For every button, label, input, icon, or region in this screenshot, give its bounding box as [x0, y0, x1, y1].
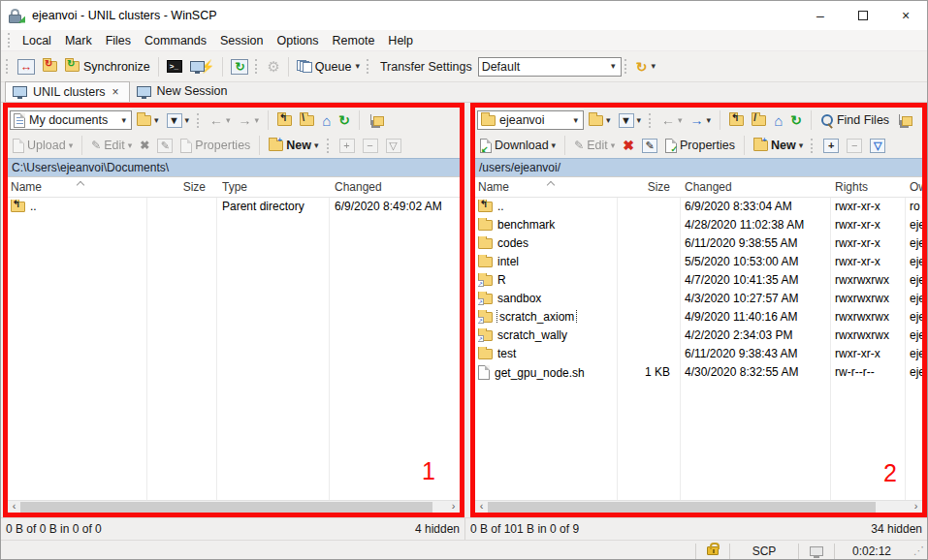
remote-forward-button[interactable]: →▾ [688, 111, 715, 129]
column-header-changed[interactable]: Changed [335, 180, 458, 194]
scrollbar-thumb[interactable] [488, 502, 876, 513]
remote-hidden-count[interactable]: 34 hidden [871, 522, 922, 536]
local-invert-selection-button[interactable]: ▽ [383, 137, 404, 155]
remote-filter-button[interactable]: ▼▾ [616, 111, 645, 130]
local-delete-button[interactable]: ✖ [137, 137, 152, 154]
local-rename-button[interactable]: ✎ [154, 137, 176, 155]
remote-rename-button[interactable]: ✎ [639, 137, 660, 155]
file-row[interactable]: ↗R4/7/2020 10:41:35 AMrwxrwxrwxeje [475, 271, 922, 290]
file-row[interactable]: ↰..Parent directory6/9/2020 8:49:02 AM [8, 198, 460, 216]
open-in-putty-button[interactable]: ⚡ [186, 56, 219, 77]
find-files-button[interactable]: Find Files [817, 111, 892, 129]
local-properties-button[interactable]: Properties [177, 137, 253, 155]
local-directory-selector[interactable]: My documents ▾ [10, 110, 132, 130]
remote-directory-selector[interactable]: ejeanvoi ▾ [477, 110, 584, 130]
folder-icon [478, 220, 493, 231]
maximize-button[interactable] [842, 1, 884, 30]
encryption-status[interactable] [696, 541, 729, 560]
remote-properties-button[interactable]: ✓Properties [662, 137, 738, 155]
remote-root-directory-button[interactable]: / [749, 113, 769, 128]
local-new-button[interactable]: +New▾ [266, 137, 321, 154]
file-row[interactable]: codes6/11/2020 9:38:55 AMrwxr-xr-xeje [475, 234, 922, 253]
file-row[interactable]: ↗scratch_wally4/2/2020 2:34:03 PMrwxrwxr… [475, 327, 922, 345]
remote-home-button[interactable]: ⌂ [771, 111, 785, 130]
local-path-bar[interactable]: C:\Users\ejeanvoi\Documents\ [8, 158, 460, 176]
tab-new-session[interactable]: New Session [130, 81, 237, 102]
scroll-right-icon[interactable]: › [910, 501, 922, 513]
file-row[interactable]: ↗scratch_axiom4/9/2020 11:40:16 AMrwxrwx… [475, 308, 922, 327]
refresh-button[interactable]: ↻ [227, 56, 252, 78]
local-home-button[interactable]: ⌂ [319, 111, 334, 130]
scrollbar-thumb[interactable] [20, 502, 432, 513]
synchronize-browsing-button[interactable]: ↻ [39, 58, 61, 75]
remote-open-directory-button[interactable]: ▾ [586, 113, 614, 128]
local-select-button[interactable]: + [336, 137, 358, 155]
local-root-directory-button[interactable]: \ [297, 113, 317, 128]
remote-select-button[interactable]: + [820, 137, 842, 155]
local-horizontal-scrollbar[interactable]: ‹ › [8, 500, 460, 513]
local-parent-directory-button[interactable]: ↰ [274, 113, 295, 128]
menu-commands[interactable]: Commands [138, 32, 213, 49]
remote-back-button[interactable]: ←▾ [658, 111, 686, 129]
transfer-settings-selector[interactable]: Default ▾ [478, 57, 622, 77]
menu-files[interactable]: Files [99, 32, 138, 49]
menu-help[interactable]: Help [381, 32, 420, 49]
session-color-button[interactable]: ↻▾ [632, 56, 659, 78]
remote-unselect-button[interactable]: − [844, 137, 865, 155]
column-header-rights[interactable]: Rights [835, 180, 902, 194]
menu-local[interactable]: Local [16, 32, 58, 49]
local-tree-button[interactable] [366, 112, 387, 129]
remote-edit-button[interactable]: ✎Edit▾ [571, 137, 618, 154]
terminal-status[interactable] [799, 541, 834, 560]
menu-mark[interactable]: Mark [58, 32, 99, 49]
download-button[interactable]: ↙Download▾ [477, 137, 559, 155]
remote-tree-button[interactable] [894, 112, 915, 129]
remote-horizontal-scrollbar[interactable]: ‹ › [475, 500, 922, 513]
local-back-button[interactable]: ←▾ [207, 111, 234, 129]
column-header-owner[interactable]: Ow [910, 180, 922, 194]
minimize-button[interactable]: – [799, 1, 842, 30]
scroll-left-icon[interactable]: ‹ [475, 501, 488, 513]
column-header-size[interactable]: Size [146, 180, 211, 194]
local-open-directory-button[interactable]: ▾ [134, 113, 162, 128]
resize-grip-icon[interactable]: ⋰ [909, 544, 927, 557]
queue-button[interactable]: Queue▾ [293, 57, 364, 77]
local-refresh-button[interactable]: ↻ [336, 111, 353, 129]
local-hidden-count[interactable]: 4 hidden [415, 522, 460, 536]
menu-bar: Local Mark Files Commands Session Option… [1, 30, 927, 51]
file-row[interactable]: ↗sandbox4/3/2020 10:27:57 AMrwxrwxrwxeje [475, 290, 922, 308]
file-row[interactable]: test6/11/2020 9:38:43 AMrwxr-xr-xeje [475, 345, 922, 363]
local-forward-button[interactable]: →▾ [236, 111, 263, 129]
local-edit-button[interactable]: ✎Edit▾ [88, 137, 135, 154]
remote-refresh-button[interactable]: ↻ [787, 111, 805, 129]
local-filter-button[interactable]: ▼▾ [164, 111, 193, 130]
remote-delete-button[interactable]: ✖ [620, 136, 637, 155]
column-header-size[interactable]: Size [617, 180, 675, 194]
menu-remote[interactable]: Remote [326, 32, 382, 49]
file-row[interactable]: benchmark4/28/2020 11:02:38 AMrwxr-xr-xe… [475, 216, 922, 234]
open-terminal-button[interactable]: >_ [163, 57, 186, 76]
menu-session[interactable]: Session [213, 32, 270, 49]
file-row[interactable]: intel5/5/2020 10:53:00 AMrwxr-xr-xeje [475, 253, 922, 271]
protocol-status[interactable]: SCP [730, 541, 798, 560]
local-unselect-button[interactable]: − [360, 137, 381, 155]
preferences-button[interactable]: ⚙ [263, 55, 283, 78]
upload-button[interactable]: Upload▾ [10, 137, 76, 155]
remote-path-bar[interactable]: /users/ejeanvoi/ [475, 158, 922, 176]
column-header-name[interactable]: Name [478, 180, 616, 194]
column-header-type[interactable]: Type [222, 180, 325, 194]
remote-new-button[interactable]: +New▾ [751, 137, 806, 154]
menu-options[interactable]: Options [270, 32, 325, 49]
scroll-right-icon[interactable]: › [447, 501, 460, 513]
close-tab-icon[interactable]: × [112, 85, 120, 99]
remote-parent-directory-button[interactable]: ↰ [726, 113, 747, 128]
scroll-left-icon[interactable]: ‹ [8, 501, 20, 513]
file-row[interactable]: ↰..6/9/2020 8:33:04 AMrwxr-xr-xro [475, 198, 922, 216]
compare-directories-button[interactable]: ↔ [14, 56, 39, 78]
tab-unil-clusters[interactable]: UNIL clusters × [5, 81, 130, 102]
close-button[interactable]: × [884, 1, 927, 30]
synchronize-button[interactable]: ↻Synchronize [61, 57, 154, 77]
file-row[interactable]: get_gpu_node.sh1 KB4/30/2020 8:32:55 AMr… [475, 363, 922, 382]
remote-invert-selection-button[interactable]: ▽ [867, 137, 888, 155]
column-header-changed[interactable]: Changed [685, 180, 827, 194]
